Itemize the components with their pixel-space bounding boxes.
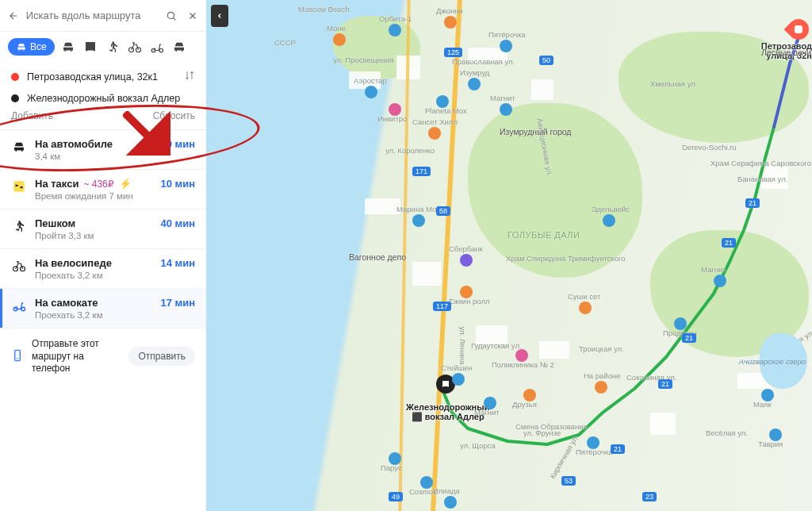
bus-badge[interactable]: 53 [561,476,576,486]
route-taxi[interactable]: На такси ~ 436₽ ⚡ Время ожидания 7 мин 1… [0,170,206,209]
route-taxi-time: 10 мин [160,178,195,190]
street-label: Вагонное депо [349,252,406,262]
street-label: Троицкая ул. [579,344,624,353]
bus-badge[interactable]: 21 [611,444,625,454]
route-options: На автомобиле 3,4 км 10 мин На такси ~ 4… [0,129,206,328]
street-label: Банановая ул. [737,175,787,183]
bus-badge[interactable]: 117 [433,302,451,311]
poi-label: Суши сет [568,292,600,301]
street-label: ул. Просвещения [333,56,393,64]
route-scooter-title: На самокате [35,297,152,309]
poi-label: Маяк [753,400,772,409]
back-icon[interactable] [5,5,23,27]
poi-label: Храм Спиридона Тримифунтского [506,254,625,263]
search-bar [0,0,206,32]
waypoint-to[interactable]: Железнодорожный вокзал Адлер [11,88,195,109]
mode-taxi-icon[interactable] [170,38,188,56]
poi-label: Моне [327,24,346,33]
close-icon[interactable] [183,5,201,27]
search-input[interactable] [26,10,159,21]
route-walk-sub: Пройти 3,3 км [35,231,152,240]
poi-icon[interactable] [595,381,607,394]
mode-all[interactable]: Все [8,38,55,56]
route-bike-sub: Проехать 3,2 км [35,271,152,280]
mode-car-icon[interactable] [59,38,77,56]
poi-icon[interactable] [579,302,592,314]
reset-waypoints[interactable]: Сбросить [153,110,195,121]
svg-point-0 [167,12,174,18]
poi-icon[interactable] [714,275,726,287]
poi-icon[interactable] [603,214,615,227]
poi-label: СССР [274,38,296,47]
mode-walk-icon[interactable] [104,38,121,56]
route-taxi-title: На такси [35,178,79,190]
transport-modes: Все [0,32,206,62]
poi-label: Смена Образования [515,422,588,431]
route-scooter[interactable]: На самокате Проехать 3,2 км 17 мин [0,289,206,328]
mode-bus-icon[interactable] [82,38,99,56]
bike-icon [11,258,27,274]
mode-all-label: Все [30,41,47,52]
send-button[interactable]: Отправить [128,347,195,366]
poi-label: Таврия [758,440,783,448]
swap-icon[interactable] [184,70,195,83]
street-label: Гудаутская ул. [471,341,522,350]
search-icon[interactable] [163,5,181,27]
poi-label: Moscow Beach [298,5,349,13]
bus-badge[interactable]: 23 [642,492,657,501]
poi-label: Planeta Mox [425,106,467,115]
waypoint-from-dot [11,73,19,81]
poi-icon[interactable] [428,127,441,140]
route-bike[interactable]: На велосипеде Проехать 3,2 км 14 мин [0,249,206,289]
add-waypoint[interactable]: Добавить [11,110,53,121]
street-label: ул. Ленина [458,327,467,365]
poi-label: Поликлиника № 2 [492,360,554,369]
collapse-panel-icon[interactable] [211,5,228,27]
poi-label: Стейшен [441,363,473,372]
bus-badge[interactable]: 125 [444,48,462,57]
bus-badge[interactable]: 21 [745,198,760,208]
poi-icon[interactable] [444,16,457,29]
poi-label: Эдельвейс [592,205,630,213]
route-car-sub: 3,4 км [35,152,152,161]
poi-label: Derevo-Sochi.ru [682,143,737,152]
poi-icon[interactable] [460,254,473,267]
poi-label: Магнит [474,408,500,417]
poi-label: На районе [584,371,620,380]
route-walk-time: 40 мин [160,217,195,229]
svg-point-5 [159,48,163,52]
route-bike-time: 14 мин [160,257,195,269]
mode-scooter-icon[interactable] [148,38,166,56]
bus-badge[interactable]: 58 [436,206,450,216]
poi-label: Инвитро [377,114,407,123]
poi-label: Аэростар [354,76,387,85]
route-walk[interactable]: Пешком Пройти 3,3 км 40 мин [0,209,206,249]
car-icon [11,139,27,155]
bus-badge[interactable]: 21 [658,379,672,389]
bus-badge[interactable]: 171 [412,167,431,176]
map-canvas[interactable]: Петрозаводулица, 32н Железнодорожный⬛ во… [206,0,812,511]
mode-bike-icon[interactable] [126,38,144,56]
poi-icon[interactable] [412,214,425,227]
walk-icon [11,218,27,234]
bus-badge[interactable]: 50 [539,56,553,65]
bus-badge[interactable]: 21 [722,238,736,248]
poi-icon[interactable] [452,373,465,386]
poi-icon[interactable] [500,103,512,116]
waypoint-from[interactable]: Петрозаводская улица, 32к1 [11,65,195,88]
poi-icon[interactable] [333,33,346,46]
poi-icon[interactable] [500,40,512,52]
poi-icon[interactable] [389,24,401,36]
poi-icon[interactable] [444,496,457,509]
route-car[interactable]: На автомобиле 3,4 км 10 мин [0,130,206,170]
poi-label: Джонни [436,6,463,15]
waypoint-from-text: Петрозаводская улица, 32к1 [27,71,158,83]
svg-rect-8 [21,186,23,188]
poi-label: Магнит [701,265,726,274]
poi-icon[interactable] [468,78,481,90]
bus-badge[interactable]: 21 [682,333,696,343]
poi-icon[interactable] [365,86,377,98]
svg-rect-7 [16,185,18,186]
route-panel: Все Петрозаводская улица, 32к1 Железнодо… [0,0,206,511]
bus-badge[interactable]: 49 [389,492,403,501]
